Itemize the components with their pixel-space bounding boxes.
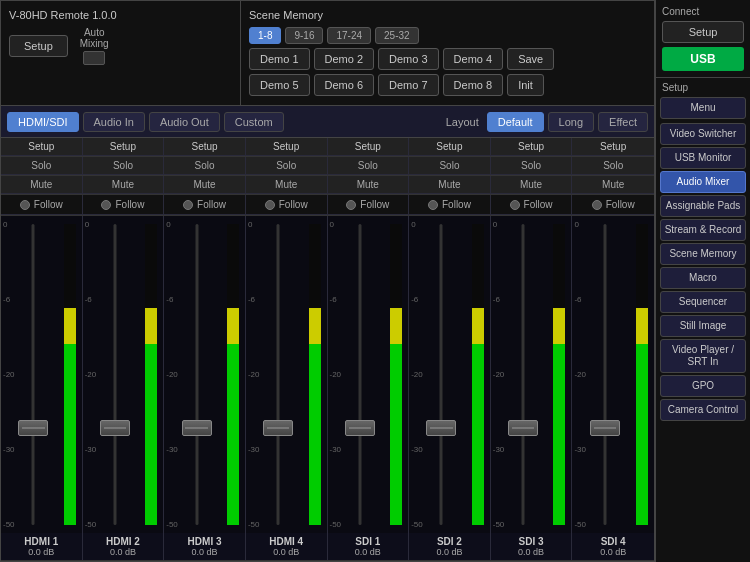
ch4-mute-btn[interactable]: Mute [246,176,327,194]
ch2-follow: Follow [83,195,164,215]
demo4-button[interactable]: Demo 4 [443,48,504,70]
ch8-mute-btn[interactable]: Mute [572,176,654,194]
fader-thumb-3[interactable] [182,420,212,436]
nav-btn-8[interactable]: Still Image [660,315,746,337]
fader-col-1: 0-6-20-30-50 [1,216,83,533]
top-bar: V-80HD Remote 1.0.0 Setup Auto Mixing Sc… [1,1,654,106]
ch7-solo-btn[interactable]: Solo [491,157,572,175]
ch3-solo-btn[interactable]: Solo [164,157,245,175]
vu-green-5 [390,344,402,525]
ch5-mute-btn[interactable]: Mute [328,176,409,194]
fader-thumb-4[interactable] [263,420,293,436]
ch6-setup-btn[interactable]: Setup [409,138,490,156]
vu-meter-2 [145,224,157,525]
ch1-setup-col: Setup [1,138,83,156]
demo3-button[interactable]: Demo 3 [378,48,439,70]
tab-custom[interactable]: Custom [224,112,284,132]
scene-tab-9-16[interactable]: 9-16 [285,27,323,44]
nav-btn-9[interactable]: Video Player / SRT In [660,339,746,373]
demo8-button[interactable]: Demo 8 [443,74,504,96]
fader-track-5 [330,224,407,525]
ch8-setup-btn[interactable]: Setup [572,138,654,156]
nav-btn-11[interactable]: Camera Control [660,399,746,421]
layout-label: Layout [446,116,479,128]
demo2-button[interactable]: Demo 2 [314,48,375,70]
ch5-setup-col: Setup [328,138,410,156]
nav-btn-5[interactable]: Scene Memory [660,243,746,265]
auto-mixing-toggle[interactable] [83,51,105,65]
fader-thumb-5[interactable] [345,420,375,436]
menu-button[interactable]: Menu [660,97,746,119]
setup-row: Setup Setup Setup Setup Setup Setup Setu… [1,138,654,157]
nav-btn-0[interactable]: Video Switcher [660,123,746,145]
ch1-mute-btn[interactable]: Mute [1,176,82,194]
ch5-solo-btn[interactable]: Solo [328,157,409,175]
tab-hdmi-sdi[interactable]: HDMI/SDI [7,112,79,132]
fader-col-3: 0-6-20-30-50 [164,216,246,533]
layout-long[interactable]: Long [548,112,594,132]
ch7-mute-btn[interactable]: Mute [491,176,572,194]
ch4-setup-btn[interactable]: Setup [246,138,327,156]
layout-default[interactable]: Default [487,112,544,132]
vu-green-4 [309,344,321,525]
app-title: V-80HD Remote 1.0.0 [9,9,232,21]
ch6-solo-btn[interactable]: Solo [409,157,490,175]
ch3-setup-btn[interactable]: Setup [164,138,245,156]
ch2-solo-btn[interactable]: Solo [83,157,164,175]
scene-tab-25-32[interactable]: 25-32 [375,27,419,44]
nav-btn-7[interactable]: Sequencer [660,291,746,313]
init-button[interactable]: Init [507,74,544,96]
vu-green-6 [472,344,484,525]
fader-thumb-7[interactable] [508,420,538,436]
main-setup-button[interactable]: Setup [9,35,68,57]
vu-meter-3 [227,224,239,525]
nav-btn-2[interactable]: Audio Mixer [660,171,746,193]
ch4-setup-col: Setup [246,138,328,156]
fader-thumb-6[interactable] [426,420,456,436]
ch5-setup-btn[interactable]: Setup [328,138,409,156]
scene-tab-1-8[interactable]: 1-8 [249,27,281,44]
ch1-solo-btn[interactable]: Solo [1,157,82,175]
demo7-button[interactable]: Demo 7 [378,74,439,96]
nav-btn-6[interactable]: Macro [660,267,746,289]
fader-section: 0-6-20-30-500-6-20-30-500-6-20-30-500-6-… [1,216,654,533]
scene-tab-17-24[interactable]: 17-24 [327,27,371,44]
ch1-setup-btn[interactable]: Setup [1,138,82,156]
nav-btn-3[interactable]: Assignable Pads [660,195,746,217]
ch7-setup-btn[interactable]: Setup [491,138,572,156]
scene-memory-title: Scene Memory [249,9,646,21]
vu-yellow-8 [636,308,648,344]
fader-thumb-8[interactable] [590,420,620,436]
save-button[interactable]: Save [507,48,554,70]
fader-rail-8 [604,224,607,525]
nav-btn-10[interactable]: GPO [660,375,746,397]
ch4-solo-btn[interactable]: Solo [246,157,327,175]
channel-labels: HDMI 10.0 dBHDMI 20.0 dBHDMI 30.0 dBHDMI… [1,533,654,561]
ch8-solo-btn[interactable]: Solo [572,157,654,175]
ch2-mute-btn[interactable]: Mute [83,176,164,194]
nav-btn-1[interactable]: USB Monitor [660,147,746,169]
scene-row-2: Demo 5 Demo 6 Demo 7 Demo 8 Init [249,74,646,96]
fader-thumb-1[interactable] [18,420,48,436]
nav-btn-4[interactable]: Stream & Record [660,219,746,241]
demo5-button[interactable]: Demo 5 [249,74,310,96]
tab-audio-in[interactable]: Audio In [83,112,145,132]
ch3-mute-btn[interactable]: Mute [164,176,245,194]
channel-name-8: SDI 4 [601,536,626,547]
ch7-follow-label: Follow [524,199,553,210]
ch8-follow-label: Follow [606,199,635,210]
ch2-setup-btn[interactable]: Setup [83,138,164,156]
demo1-button[interactable]: Demo 1 [249,48,310,70]
fader-track-3 [166,224,243,525]
connect-section: Connect Setup USB [656,0,750,78]
ch6-mute-btn[interactable]: Mute [409,176,490,194]
layout-effect[interactable]: Effect [598,112,648,132]
tab-audio-out[interactable]: Audio Out [149,112,220,132]
left-panel: V-80HD Remote 1.0.0 Setup Auto Mixing Sc… [0,0,655,562]
usb-button[interactable]: USB [662,47,744,71]
ch6-follow: Follow [409,195,490,215]
demo6-button[interactable]: Demo 6 [314,74,375,96]
fader-thumb-2[interactable] [100,420,130,436]
channel-label-col-2: HDMI 20.0 dB [83,533,165,560]
connect-setup-button[interactable]: Setup [662,21,744,43]
